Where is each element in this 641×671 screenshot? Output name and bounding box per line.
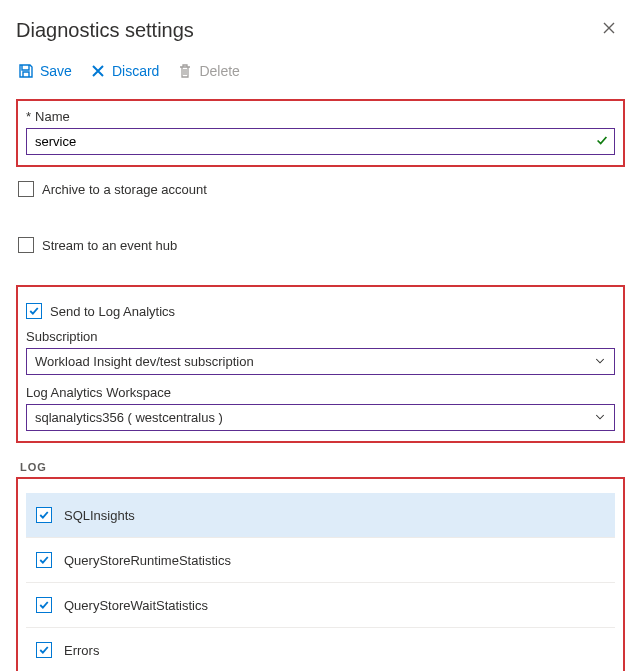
log-item-label: QueryStoreRuntimeStatistics xyxy=(64,553,231,568)
delete-button[interactable]: Delete xyxy=(177,63,239,79)
archive-checkbox-row[interactable]: Archive to a storage account xyxy=(18,181,625,197)
log-list: SQLInsights QueryStoreRuntimeStatistics … xyxy=(26,493,615,671)
discard-button[interactable]: Discard xyxy=(90,63,159,79)
sendlog-checkbox[interactable] xyxy=(26,303,42,319)
subscription-label: Subscription xyxy=(26,329,615,344)
name-label: *Name xyxy=(26,109,615,124)
subscription-select[interactable]: Workload Insight dev/test subscription xyxy=(26,348,615,375)
workspace-label: Log Analytics Workspace xyxy=(26,385,615,400)
sendlog-checkbox-row[interactable]: Send to Log Analytics xyxy=(26,303,615,319)
save-button[interactable]: Save xyxy=(18,63,72,79)
stream-label: Stream to an event hub xyxy=(42,238,177,253)
log-row[interactable]: QueryStoreRuntimeStatistics xyxy=(26,538,615,583)
page-title: Diagnostics settings xyxy=(16,19,194,42)
log-item-label: SQLInsights xyxy=(64,508,135,523)
archive-checkbox[interactable] xyxy=(18,181,34,197)
save-icon xyxy=(18,63,34,79)
workspace-select[interactable]: sqlanalytics356 ( westcentralus ) xyxy=(26,404,615,431)
log-checkbox[interactable] xyxy=(36,597,52,613)
log-row[interactable]: QueryStoreWaitStatistics xyxy=(26,583,615,628)
sendlog-label: Send to Log Analytics xyxy=(50,304,175,319)
archive-label: Archive to a storage account xyxy=(42,182,207,197)
log-item-label: Errors xyxy=(64,643,99,658)
valid-check-icon xyxy=(595,133,609,150)
stream-checkbox-row[interactable]: Stream to an event hub xyxy=(18,237,625,253)
chevron-down-icon xyxy=(594,410,606,425)
stream-checkbox[interactable] xyxy=(18,237,34,253)
close-button[interactable] xyxy=(593,16,625,45)
log-row[interactable]: SQLInsights xyxy=(26,493,615,538)
log-section-header: LOG xyxy=(20,461,625,473)
log-checkbox[interactable] xyxy=(36,507,52,523)
log-item-label: QueryStoreWaitStatistics xyxy=(64,598,208,613)
save-label: Save xyxy=(40,63,72,79)
subscription-value: Workload Insight dev/test subscription xyxy=(35,354,254,369)
workspace-value: sqlanalytics356 ( westcentralus ) xyxy=(35,410,223,425)
close-icon xyxy=(601,20,617,36)
name-input[interactable] xyxy=(26,128,615,155)
trash-icon xyxy=(177,63,193,79)
log-checkbox[interactable] xyxy=(36,642,52,658)
log-row[interactable]: Errors xyxy=(26,628,615,671)
discard-label: Discard xyxy=(112,63,159,79)
discard-icon xyxy=(90,63,106,79)
delete-label: Delete xyxy=(199,63,239,79)
log-checkbox[interactable] xyxy=(36,552,52,568)
chevron-down-icon xyxy=(594,354,606,369)
